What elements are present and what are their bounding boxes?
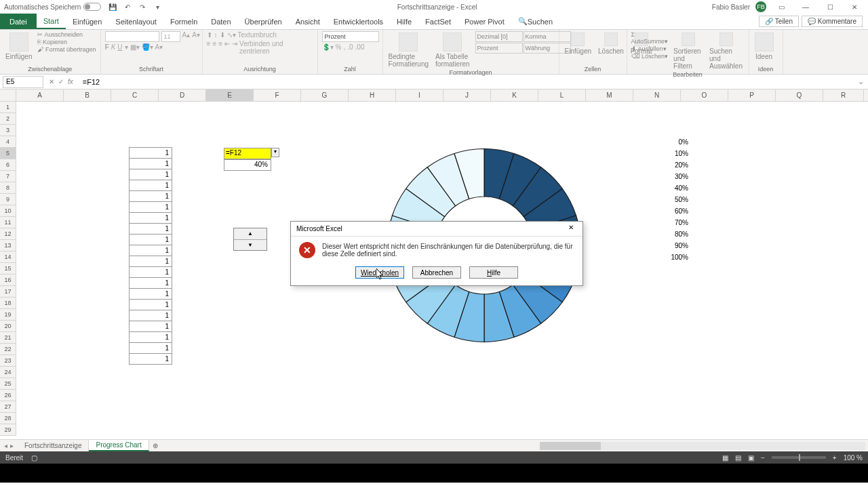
- name-box[interactable]: E5: [3, 76, 43, 88]
- table-cell[interactable]: 1: [129, 288, 172, 300]
- row-header[interactable]: 18: [0, 298, 16, 309]
- merge-button[interactable]: Verbinden und zentrieren: [239, 40, 313, 55]
- underline-icon[interactable]: U: [117, 43, 122, 51]
- table-cell[interactable]: 1: [129, 201, 172, 213]
- table-cell[interactable]: 1: [129, 245, 172, 256]
- tab-review[interactable]: Überprüfen: [238, 14, 289, 29]
- col-header[interactable]: H: [349, 89, 396, 101]
- tab-help[interactable]: Hilfe: [390, 14, 418, 29]
- col-header[interactable]: K: [491, 89, 538, 101]
- macro-record-icon[interactable]: ▢: [31, 454, 37, 462]
- font-color-icon[interactable]: A▾: [155, 43, 163, 51]
- sheet-nav-next-icon[interactable]: ▸: [10, 442, 14, 449]
- italic-icon[interactable]: K: [111, 43, 116, 51]
- table-cell[interactable]: 1: [129, 277, 172, 289]
- row-header[interactable]: 15: [0, 263, 16, 274]
- insert-cells-button[interactable]: Einfügen: [564, 31, 593, 56]
- row-header[interactable]: 1: [0, 102, 16, 113]
- col-header[interactable]: F: [254, 89, 301, 101]
- delete-cells-button[interactable]: Löschen: [597, 31, 625, 56]
- col-header[interactable]: N: [633, 89, 681, 101]
- col-header[interactable]: C: [111, 89, 159, 101]
- format-table-button[interactable]: Als Tabelle formatieren: [434, 31, 471, 69]
- fill-button[interactable]: ⬇ Ausfüllen▾: [631, 45, 669, 52]
- table-cell[interactable]: 1: [129, 169, 172, 180]
- table-cell[interactable]: 90%: [664, 240, 688, 251]
- table-cell[interactable]: 1: [129, 223, 172, 235]
- number-format-combo[interactable]: [322, 31, 379, 42]
- table-cell[interactable]: 1: [129, 158, 172, 169]
- align-right-icon[interactable]: ≡: [218, 40, 222, 55]
- qat-customize-icon[interactable]: ▾: [153, 2, 162, 12]
- row-header[interactable]: 9: [0, 194, 16, 205]
- col-header[interactable]: E: [206, 89, 254, 101]
- row-header[interactable]: 11: [0, 217, 16, 228]
- row-header[interactable]: 4: [0, 136, 16, 148]
- row-header[interactable]: 22: [0, 344, 16, 355]
- table-cell[interactable]: 1: [129, 190, 172, 202]
- dec-dec-icon[interactable]: .00: [355, 43, 365, 51]
- align-bot-icon[interactable]: ⬇: [220, 31, 225, 39]
- table-cell[interactable]: 1: [129, 180, 172, 191]
- spinner-up-icon[interactable]: ▲: [234, 228, 267, 240]
- table-cell[interactable]: 100%: [664, 251, 688, 263]
- table-cell[interactable]: 1: [129, 256, 172, 267]
- indent-dec-icon[interactable]: ⇤: [224, 40, 230, 55]
- row-header[interactable]: 19: [0, 309, 16, 321]
- tab-file[interactable]: Datei: [0, 14, 37, 29]
- dialog-close-icon[interactable]: ✕: [565, 224, 577, 235]
- indent-inc-icon[interactable]: ⇥: [232, 40, 237, 55]
- row-header[interactable]: 27: [0, 401, 16, 413]
- cell-e6[interactable]: 40%: [224, 159, 271, 171]
- tab-view[interactable]: Ansicht: [289, 14, 327, 29]
- col-header[interactable]: I: [396, 89, 443, 101]
- col-header[interactable]: R: [823, 89, 864, 101]
- clear-button[interactable]: ⌫ Löschen▾: [631, 53, 669, 60]
- decrease-font-icon[interactable]: A▾: [192, 31, 200, 42]
- format-painter-button[interactable]: 🖌 Format übertragen: [37, 46, 96, 53]
- table-cell[interactable]: 1: [129, 310, 172, 321]
- font-name-combo[interactable]: [105, 31, 159, 42]
- row-header[interactable]: 28: [0, 413, 16, 424]
- save-icon[interactable]: 💾: [108, 2, 117, 12]
- cancel-formula-icon[interactable]: ✕: [49, 78, 54, 85]
- row-header[interactable]: 21: [0, 332, 16, 344]
- maximize-icon[interactable]: ☐: [821, 1, 840, 13]
- sort-filter-button[interactable]: Sortieren und Filtern: [672, 31, 704, 71]
- cond-format-button[interactable]: Bedingte Formatierung: [387, 31, 430, 69]
- fill-color-icon[interactable]: 🪣▾: [142, 43, 153, 51]
- orient-icon[interactable]: ⤡▾: [227, 31, 236, 39]
- sheet-tab-1[interactable]: Fortschrittsanzeige: [18, 440, 89, 451]
- minimize-icon[interactable]: —: [796, 1, 815, 13]
- row-header[interactable]: 14: [0, 251, 16, 263]
- retry-button[interactable]: Wiederholen: [355, 266, 404, 279]
- row-header[interactable]: 3: [0, 125, 16, 136]
- table-cell[interactable]: 1: [129, 299, 172, 310]
- spinner-control[interactable]: ▲ ▼: [233, 228, 267, 251]
- align-center-icon[interactable]: ≡: [212, 40, 216, 55]
- row-header[interactable]: 5: [0, 148, 16, 159]
- zoom-in-icon[interactable]: +: [833, 454, 837, 462]
- select-all-corner[interactable]: [0, 89, 16, 101]
- col-header[interactable]: A: [16, 89, 64, 101]
- col-header[interactable]: O: [681, 89, 728, 101]
- help-button[interactable]: Hilfe: [469, 266, 518, 279]
- ribbon-options-icon[interactable]: ▭: [772, 1, 791, 13]
- table-cell[interactable]: 20%: [664, 159, 688, 171]
- close-icon[interactable]: ✕: [845, 1, 864, 13]
- table-cell[interactable]: 50%: [664, 194, 688, 205]
- tab-powerpivot[interactable]: Power Pivot: [458, 14, 511, 29]
- col-header[interactable]: D: [159, 89, 206, 101]
- row-header[interactable]: 24: [0, 367, 16, 378]
- style-dezimal[interactable]: Dezimal [0]: [475, 31, 523, 42]
- table-cell[interactable]: 10%: [664, 148, 688, 159]
- row-header[interactable]: 7: [0, 171, 16, 182]
- col-header[interactable]: P: [728, 89, 776, 101]
- bold-icon[interactable]: F: [105, 43, 109, 51]
- font-size-combo[interactable]: [161, 31, 180, 42]
- row-header[interactable]: 10: [0, 205, 16, 217]
- wrap-text-button[interactable]: Textumbruch: [238, 31, 277, 39]
- table-cell[interactable]: 1: [129, 331, 172, 343]
- align-top-icon[interactable]: ⬆: [207, 31, 212, 39]
- horizontal-scrollbar[interactable]: [540, 442, 865, 450]
